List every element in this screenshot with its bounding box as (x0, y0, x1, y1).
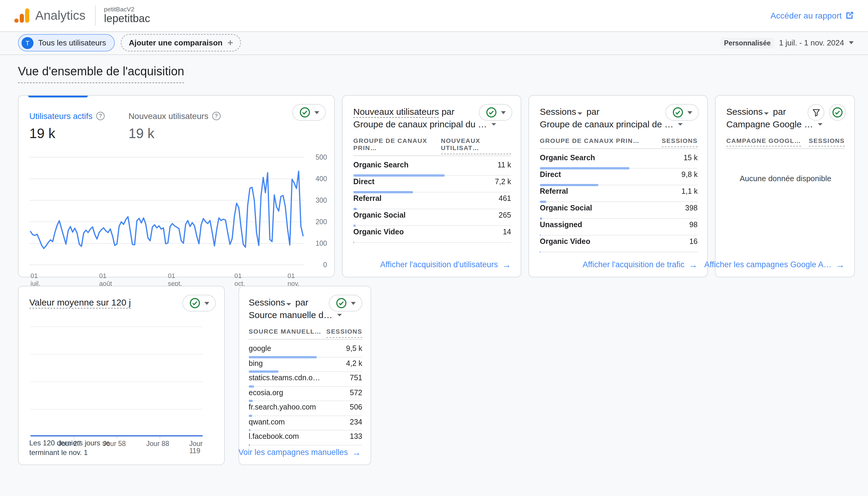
metric-selector[interactable]: Sessions (726, 106, 771, 116)
column-header-dimension: GROUPE DE CANAUX PRIN… (540, 137, 640, 144)
table-row: bing4,2 k (249, 359, 362, 374)
property-name: lepetitbac (104, 13, 150, 25)
table-row: Direct7,2 k (353, 177, 511, 194)
add-comparison-button[interactable]: Ajouter une comparaison + (121, 34, 241, 51)
row-bar (540, 201, 546, 203)
data-quality-menu[interactable] (329, 295, 362, 311)
data-quality-menu[interactable] (665, 104, 699, 121)
table-row: statics.teams.cdn.o…751 (249, 374, 362, 388)
check-circle-icon (672, 107, 683, 118)
analytics-acquisition-overview: Analytics petitBacV2 lepetitbac Accéder … (0, 0, 868, 504)
column-header-dimension: GROUPE DE CANAUX PRIN… (353, 137, 441, 151)
table-row: Organic Search11 k (353, 161, 511, 177)
metric-selector[interactable]: Sessions (540, 106, 584, 116)
filter-funnel-icon (812, 108, 820, 117)
chart-footnote: Les 120 derniers jours se terminant le n… (29, 438, 110, 457)
property-switcher[interactable]: petitBacV2 lepetitbac (104, 6, 150, 25)
table-body: Organic Search11 k Direct7,2 k Referral4… (353, 161, 511, 245)
check-circle-icon (299, 107, 310, 118)
gridline (31, 409, 203, 410)
active-users-line-chart (29, 151, 304, 271)
table-row: Referral1,1 k (540, 187, 698, 204)
row-bar (249, 385, 254, 387)
all-users-segment-chip[interactable]: T Tous les utilisateurs (18, 34, 115, 51)
product-name[interactable]: Analytics (35, 8, 85, 23)
view-traffic-acquisition-link[interactable]: Afficher l'acquisition de trafic → (582, 260, 698, 269)
tab-new-users[interactable]: Nouveaux utilisateurs ? 19 k (128, 111, 220, 142)
row-bar (249, 415, 252, 416)
analytics-logo-icon[interactable] (14, 8, 29, 23)
average-value-chart (31, 327, 203, 436)
plus-icon: + (227, 38, 233, 48)
cards-row-1: Utilisateurs actifs ? 19 k Nouveaux util… (18, 95, 858, 277)
check-circle-icon (336, 298, 347, 309)
column-header-metric: SESSIONS (809, 137, 845, 146)
view-manual-campaigns-link[interactable]: Voir les campagnes manuelles → (238, 448, 361, 457)
view-google-ads-campaigns-link[interactable]: Afficher les campagnes Google A… → (704, 260, 845, 269)
row-bar (249, 429, 250, 431)
empty-state-message: Aucune donnée disponible (726, 174, 845, 183)
arrow-right-icon: → (836, 260, 845, 269)
row-bar (540, 167, 630, 169)
row-bar (540, 184, 598, 186)
view-user-acquisition-link[interactable]: Afficher l'acquisition d'utilisateurs → (380, 260, 511, 269)
table-row: qwant.com234 (249, 418, 362, 432)
row-bar (249, 356, 317, 358)
row-bar (249, 371, 279, 372)
column-header-metric: SESSIONS (662, 137, 698, 147)
page-title: Vue d'ensemble de l'acquisition (18, 64, 184, 83)
data-quality-menu[interactable] (479, 104, 512, 121)
arrow-right-icon: → (689, 260, 698, 269)
table-row: google9,5 k (249, 344, 362, 359)
header-divider (95, 6, 96, 26)
date-range-picker[interactable]: Personnalisée 1 juil. - 1 nov. 2024 (720, 37, 854, 48)
active-users-chart-area: 0100200300400500 01juil.01août01sept.01o… (29, 151, 327, 289)
row-bar (353, 175, 445, 176)
caret-down-icon (204, 302, 209, 305)
card-sessions-by-channel: Sessions par Groupe de canaux principal … (528, 95, 708, 277)
caret-down-icon (337, 314, 342, 316)
table-header: CAMPAGNE GOOGL… SESSIONS (726, 137, 845, 148)
go-to-report-link[interactable]: Accéder au rapport (771, 11, 854, 20)
table-row: Referral461 (353, 194, 511, 211)
table-row: Organic Social265 (353, 211, 511, 228)
arrow-right-icon: → (352, 448, 361, 457)
card-active-users-trend: Utilisateurs actifs ? 19 k Nouveaux util… (18, 95, 335, 277)
caret-down-icon (501, 111, 505, 114)
caret-down-icon (351, 302, 355, 305)
gridline (31, 381, 203, 382)
filter-funnel-button[interactable] (808, 104, 824, 121)
check-circle-icon (486, 107, 496, 118)
caret-down-icon (678, 123, 683, 125)
metric-tabs: Utilisateurs actifs ? 19 k Nouveaux util… (29, 111, 327, 142)
caret-down-icon (764, 112, 769, 115)
segment-avatar: T (21, 37, 33, 49)
row-bar (540, 234, 540, 236)
row-bar (353, 225, 355, 227)
caret-down-icon (286, 303, 291, 306)
app-header: Analytics petitBacV2 lepetitbac Accéder … (0, 0, 868, 31)
tab-active-users[interactable]: Utilisateurs actifs ? 19 k (29, 111, 105, 142)
card-sessions-by-google-campaign: Sessions par Campagne Google … CAMPAGNE … (715, 95, 855, 277)
table-row: ecosia.org572 (249, 388, 362, 403)
caret-down-icon (492, 123, 496, 125)
table-row: Unassigned98 (540, 220, 698, 237)
open-in-new-icon (845, 11, 854, 20)
caret-down-icon (578, 112, 582, 115)
check-circle-icon (832, 107, 843, 118)
caret-down-icon (849, 41, 854, 44)
property-type: petitBacV2 (104, 6, 150, 13)
y-axis-labels: 0100200300400500 (309, 151, 327, 271)
table-row: Direct9,8 k (540, 171, 698, 187)
help-icon[interactable]: ? (212, 112, 220, 120)
check-circle-icon (189, 298, 200, 309)
help-icon[interactable]: ? (96, 112, 105, 120)
table-body: google9,5 k bing4,2 k statics.teams.cdn.… (249, 344, 362, 447)
data-quality-button[interactable] (829, 104, 846, 121)
metric-selector[interactable]: Sessions (249, 297, 293, 307)
table-row: Organic Search15 k (540, 154, 698, 171)
column-header-metric: SESSIONS (327, 328, 362, 338)
data-quality-menu[interactable] (292, 104, 326, 121)
date-type-badge: Personnalisée (720, 37, 774, 48)
data-quality-menu[interactable] (182, 295, 216, 311)
